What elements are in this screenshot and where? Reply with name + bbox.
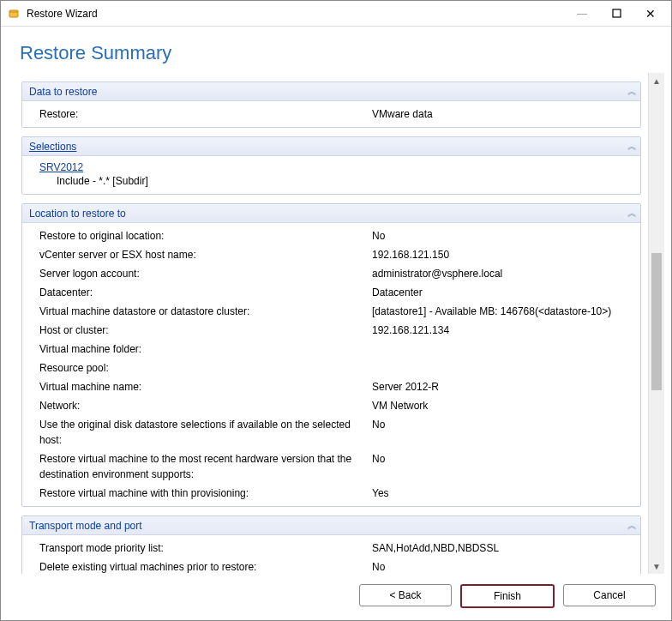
section-data-to-restore: Data to restore ︽ Restore: VMware data <box>21 81 641 128</box>
window-frame: Restore Wizard — ✕ Restore Summary Data … <box>0 0 672 621</box>
kv-value: No <box>372 417 633 448</box>
section-title: Data to restore <box>29 86 627 98</box>
kv-row: Restore: VMware data <box>22 105 640 124</box>
section-body: Restore to original location:No vCenter … <box>22 223 640 506</box>
kv-value: 192.168.121.150 <box>372 247 633 262</box>
kv-row: Restore to original location:No <box>22 226 640 245</box>
kv-label: Server logon account: <box>39 266 372 281</box>
window-title: Restore Wizard <box>27 8 98 20</box>
kv-row: Delete existing virtual machines prior t… <box>22 558 640 574</box>
button-bar: < Back Finish Cancel <box>1 574 671 620</box>
kv-label: Use the original disk datastore selectio… <box>39 417 372 448</box>
kv-value: VM Network <box>372 398 633 413</box>
kv-label: Transport mode priority list: <box>39 540 372 556</box>
kv-row: Restore virtual machine to the most rece… <box>22 449 640 484</box>
kv-value: 192.168.121.134 <box>372 323 633 338</box>
section-title: Transport mode and port <box>29 520 627 532</box>
kv-value: [datastore1] - Available MB: 146768(<dat… <box>372 304 633 319</box>
kv-row: Virtual machine folder: <box>22 340 640 359</box>
chevron-up-icon: ︽ <box>627 519 633 532</box>
kv-row: Use the original disk datastore selectio… <box>22 415 640 449</box>
vertical-scrollbar[interactable]: ▲ ▼ <box>648 73 664 574</box>
selection-server: SRV2012 <box>22 160 640 175</box>
content-area: Data to restore ︽ Restore: VMware data S… <box>1 73 671 574</box>
svg-rect-0 <box>9 10 18 17</box>
kv-row: Network:VM Network <box>22 396 640 415</box>
kv-row: Server logon account:administrator@vsphe… <box>22 264 640 283</box>
kv-label: vCenter server or ESX host name: <box>39 247 372 262</box>
kv-value: Server 2012-R <box>372 379 633 395</box>
kv-label: Virtual machine datastore or datastore c… <box>39 304 372 319</box>
section-body: Transport mode priority list:SAN,HotAdd,… <box>22 535 640 574</box>
titlebar: Restore Wizard — ✕ <box>1 1 671 27</box>
kv-value: No <box>372 451 633 482</box>
kv-row: Resource pool: <box>22 359 640 377</box>
app-icon <box>8 7 21 21</box>
section-title-link[interactable]: Selections <box>29 141 627 153</box>
kv-value: No <box>372 559 633 574</box>
kv-label: Restore: <box>39 106 372 122</box>
section-transport: Transport mode and port ︽ Transport mode… <box>21 515 641 574</box>
kv-row: vCenter server or ESX host name:192.168.… <box>22 245 640 264</box>
scroll-up-icon[interactable]: ▲ <box>651 75 662 87</box>
section-header-transport[interactable]: Transport mode and port ︽ <box>22 516 640 535</box>
kv-label: Virtual machine name: <box>39 379 372 395</box>
kv-label: Restore virtual machine with thin provis… <box>39 485 372 501</box>
scrollbar-thumb[interactable] <box>651 253 662 390</box>
kv-row: Transport mode priority list:SAN,HotAdd,… <box>22 539 640 558</box>
kv-value: SAN,HotAdd,NBD,NBDSSL <box>372 540 633 556</box>
kv-label: Restore virtual machine to the most rece… <box>39 451 372 482</box>
section-body: SRV2012 Include - *.* [Subdir] <box>22 156 640 194</box>
chevron-up-icon: ︽ <box>627 140 633 153</box>
kv-label: Restore to original location: <box>39 228 372 244</box>
scroll-down-icon[interactable]: ▼ <box>651 560 662 572</box>
scroll-area[interactable]: Data to restore ︽ Restore: VMware data S… <box>16 73 648 574</box>
close-button[interactable]: ✕ <box>633 2 668 26</box>
kv-row: Host or cluster:192.168.121.134 <box>22 321 640 340</box>
kv-value: VMware data <box>372 106 633 122</box>
back-button[interactable]: < Back <box>359 584 452 606</box>
kv-label: Datacenter: <box>39 285 372 300</box>
section-selections: Selections ︽ SRV2012 Include - *.* [Subd… <box>21 136 641 195</box>
finish-button[interactable]: Finish <box>460 584 555 608</box>
kv-value: No <box>372 228 633 244</box>
kv-label: Host or cluster: <box>39 323 372 338</box>
kv-value: Datacenter <box>372 285 633 300</box>
page-title: Restore Summary <box>20 42 652 64</box>
section-header-selections[interactable]: Selections ︽ <box>22 137 640 156</box>
kv-label: Resource pool: <box>39 360 372 376</box>
kv-row: Virtual machine datastore or datastore c… <box>22 302 640 321</box>
minimize-button[interactable]: — <box>565 2 599 26</box>
section-header-data-to-restore[interactable]: Data to restore ︽ <box>22 82 640 101</box>
kv-row: Restore virtual machine with thin provis… <box>22 484 640 503</box>
section-header-location[interactable]: Location to restore to ︽ <box>22 204 640 223</box>
page-header: Restore Summary <box>1 27 671 73</box>
chevron-up-icon: ︽ <box>627 85 633 98</box>
maximize-button[interactable] <box>599 2 633 26</box>
svg-rect-1 <box>613 9 621 17</box>
kv-value: Yes <box>372 485 633 501</box>
section-body: Restore: VMware data <box>22 101 640 127</box>
kv-label: Network: <box>39 398 372 413</box>
kv-label: Virtual machine folder: <box>39 341 372 357</box>
section-title: Location to restore to <box>29 208 627 220</box>
server-link[interactable]: SRV2012 <box>39 161 83 173</box>
kv-value <box>372 360 633 376</box>
cancel-button[interactable]: Cancel <box>563 584 656 606</box>
kv-row: Datacenter:Datacenter <box>22 283 640 302</box>
kv-row: Virtual machine name:Server 2012-R <box>22 377 640 396</box>
kv-value <box>372 341 633 357</box>
selection-include: Include - *.* [Subdir] <box>22 175 640 190</box>
kv-label: Delete existing virtual machines prior t… <box>39 559 372 574</box>
chevron-up-icon: ︽ <box>627 207 633 220</box>
section-location: Location to restore to ︽ Restore to orig… <box>21 203 641 507</box>
kv-value: administrator@vsphere.local <box>372 266 633 281</box>
